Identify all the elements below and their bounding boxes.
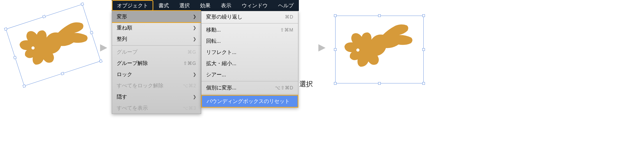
menu-item-label: リフレクト... — [206, 49, 236, 56]
menu-item-align[interactable]: 整列 ❯ — [112, 33, 201, 45]
menu-item-label: 変形の繰り返し — [206, 13, 242, 20]
menu-item-label: 回転... — [206, 38, 221, 45]
submenu-item-move[interactable]: 移動... ⇧⌘M — [201, 24, 298, 35]
menu-item-transform[interactable]: 変形 ❯ — [112, 10, 201, 23]
annotation-select: 選択 — [299, 79, 313, 89]
handle-tr[interactable] — [81, 2, 84, 6]
menu-divider — [201, 94, 298, 94]
submenu-item-transform-each[interactable]: 個別に変形... ⌥⇧⌘D — [201, 82, 298, 93]
canvas-before — [8, 5, 99, 96]
menu-divider — [112, 45, 201, 46]
menu-item-label: すべてをロック解除 — [117, 82, 163, 89]
menu-shortcut: ⇧⌘G — [183, 60, 196, 66]
menu-shortcut: ⌘G — [187, 49, 196, 55]
menu-item-unlock-all: すべてをロック解除 ⌥⌘2 — [112, 80, 201, 91]
chevron-right-icon: ❯ — [193, 72, 196, 77]
handle-mr[interactable] — [422, 48, 425, 51]
chevron-right-icon: ❯ — [193, 14, 196, 19]
menu-item-label: 移動... — [206, 26, 221, 33]
menu-divider — [201, 81, 298, 81]
menu-item-label: すべてを表示 — [117, 105, 148, 112]
object-dropdown: 変形 ❯ 重ね順 ❯ 整列 ❯ グループ ⌘G グループ解除 ⇧⌘G ロック ❯… — [112, 11, 201, 114]
arrow-icon: ▶ — [318, 42, 326, 53]
handle-ml[interactable] — [334, 48, 337, 51]
menu-shortcut: ⌥⇧⌘D — [275, 85, 293, 91]
bounding-box-rotated[interactable] — [6, 4, 101, 86]
handle-tl[interactable] — [4, 27, 8, 31]
handle-bm[interactable] — [61, 72, 64, 75]
menu-item-label: 整列 — [117, 35, 127, 42]
handle-bm[interactable] — [378, 82, 381, 85]
menu-item-label: グループ — [117, 48, 137, 56]
canvas-after — [333, 12, 429, 85]
handle-mr[interactable] — [90, 31, 93, 34]
chevron-right-icon: ❯ — [193, 36, 196, 41]
submenu-item-reflect[interactable]: リフレクト... — [201, 47, 298, 58]
menubar-item-help[interactable]: ヘルプ — [273, 0, 299, 11]
chevron-right-icon: ❯ — [193, 94, 196, 99]
submenu-item-repeat[interactable]: 変形の繰り返し ⌘D — [201, 11, 298, 22]
submenu-item-shear[interactable]: シアー... — [201, 69, 298, 80]
menu-item-arrange[interactable]: 重ね順 ❯ — [112, 22, 201, 33]
handle-br[interactable] — [99, 59, 103, 63]
menu-divider — [201, 23, 298, 23]
submenu-item-scale[interactable]: 拡大・縮小... — [201, 58, 298, 69]
handle-bl[interactable] — [334, 82, 337, 85]
menubar-item-select[interactable]: 選択 — [174, 0, 195, 11]
menubar-item-view[interactable]: 表示 — [216, 0, 236, 11]
handle-ml[interactable] — [13, 56, 17, 59]
menu-item-lock[interactable]: ロック ❯ — [112, 69, 201, 80]
menu-item-label: 個別に変形... — [206, 84, 236, 91]
menubar-item-effect[interactable]: 効果 — [195, 0, 216, 11]
menu-shortcut: ⇧⌘M — [280, 27, 293, 33]
bounding-box-axis-aligned[interactable] — [335, 16, 424, 83]
menu-item-label: 変形 — [117, 13, 127, 20]
menu-item-ungroup[interactable]: グループ解除 ⇧⌘G — [112, 58, 201, 69]
menubar-item-window[interactable]: ウィンドウ — [236, 0, 273, 11]
chevron-right-icon: ❯ — [193, 25, 196, 30]
handle-bl[interactable] — [23, 84, 26, 88]
menu-item-show-all: すべてを表示 ⌥⌘3 — [112, 102, 201, 114]
menu-shortcut: ⌘D — [285, 14, 293, 20]
handle-tr[interactable] — [422, 14, 425, 17]
menu-item-group: グループ ⌘G — [112, 46, 201, 58]
arrow-icon: ▶ — [100, 42, 107, 53]
menu-item-label: 隠す — [117, 93, 127, 100]
menubar-item-type[interactable]: 書式 — [153, 0, 174, 11]
handle-tm[interactable] — [42, 15, 46, 18]
menu-item-label: 重ね順 — [117, 24, 132, 31]
menu-shortcut: ⌥⌘3 — [183, 105, 196, 111]
menu-item-label: 拡大・縮小... — [206, 60, 236, 67]
submenu-item-reset-bbox[interactable]: バウンディングボックスのリセット — [201, 95, 298, 108]
menu-item-label: ロック — [117, 71, 132, 78]
handle-tm[interactable] — [378, 14, 381, 17]
menu-container: オブジェクト 書式 選択 効果 表示 ウィンドウ ヘルプ 変形 ❯ 重ね順 ❯ … — [112, 0, 299, 11]
menu-item-label: バウンディングボックスのリセット — [207, 98, 290, 105]
menu-item-label: グループ解除 — [117, 60, 148, 67]
menu-item-hide[interactable]: 隠す ❯ — [112, 91, 201, 102]
menu-item-label: シアー... — [206, 71, 226, 78]
menubar: オブジェクト 書式 選択 効果 表示 ウィンドウ ヘルプ — [112, 0, 299, 11]
menubar-item-object[interactable]: オブジェクト — [112, 0, 153, 11]
handle-tl[interactable] — [334, 14, 337, 17]
transform-submenu: 変形の繰り返し ⌘D 移動... ⇧⌘M 回転... リフレクト... 拡大・縮… — [201, 11, 298, 108]
submenu-item-rotate[interactable]: 回転... — [201, 35, 298, 47]
handle-br[interactable] — [422, 82, 425, 85]
menu-shortcut: ⌥⌘2 — [183, 83, 196, 89]
